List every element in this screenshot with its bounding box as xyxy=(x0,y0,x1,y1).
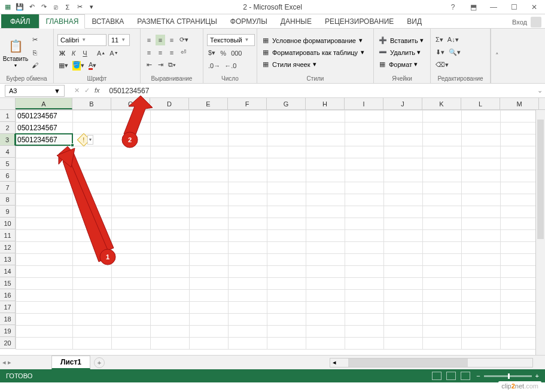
smart-tag-dropdown[interactable]: ▼ xyxy=(87,135,93,145)
row-header[interactable]: 20 xyxy=(0,337,16,349)
redo-icon[interactable]: ↷ xyxy=(38,2,49,13)
formula-bar[interactable]: 0501234567 xyxy=(105,85,534,97)
increase-decimal-button[interactable]: .0→ xyxy=(207,60,221,71)
format-painter-button[interactable]: 🖌 xyxy=(30,60,39,71)
align-left-button[interactable]: ≡ xyxy=(144,47,154,58)
chevron-down-icon[interactable]: ▼ xyxy=(54,87,60,94)
tab-home[interactable]: ГЛАВНАЯ xyxy=(39,14,85,29)
conditional-formatting-button[interactable]: ▦Условное форматирование▾ xyxy=(261,35,364,46)
ribbon-options-icon[interactable]: ⬒ xyxy=(465,3,482,11)
zoom-out-icon[interactable]: − xyxy=(476,372,480,379)
fx-icon[interactable]: fx xyxy=(95,87,100,94)
column-header[interactable]: G xyxy=(267,98,306,109)
row-header[interactable]: 7 xyxy=(0,182,16,194)
comma-button[interactable]: 000 xyxy=(230,48,243,59)
column-header[interactable]: H xyxy=(306,98,345,109)
row-header[interactable]: 5 xyxy=(0,158,16,170)
tab-data[interactable]: ДАННЫЕ xyxy=(274,14,318,28)
row-header[interactable]: 14 xyxy=(0,265,16,277)
column-header[interactable]: F xyxy=(228,98,267,109)
qat-more-icon[interactable]: ▾ xyxy=(86,2,97,13)
row-header[interactable]: 9 xyxy=(0,206,16,218)
row-header[interactable]: 10 xyxy=(0,218,16,229)
row-header[interactable]: 8 xyxy=(0,194,16,206)
view-buttons[interactable] xyxy=(432,372,470,380)
percent-button[interactable]: % xyxy=(218,48,228,59)
cell-A2[interactable]: 0501234567 xyxy=(16,122,72,134)
clear-button[interactable]: ⌫▾ xyxy=(434,60,450,71)
zoom-in-icon[interactable]: + xyxy=(535,372,539,379)
row-header[interactable]: 12 xyxy=(0,241,16,253)
tab-review[interactable]: РЕЦЕНЗИРОВАНИЕ xyxy=(318,14,400,28)
expand-formula-bar-icon[interactable]: ⌄ xyxy=(534,87,545,94)
row-header[interactable]: 13 xyxy=(0,253,16,265)
cells-area[interactable]: 0501234567 0501234567 0501234567 ! ▼ xyxy=(16,110,545,349)
tab-file[interactable]: ФАЙЛ xyxy=(1,14,39,28)
fill-handle[interactable] xyxy=(71,143,74,147)
delete-cells-button[interactable]: ➖Удалить▾ xyxy=(377,47,424,58)
accounting-button[interactable]: $▾ xyxy=(207,48,217,59)
bold-button[interactable]: Ж xyxy=(57,48,67,59)
maximize-icon[interactable]: ☐ xyxy=(506,3,522,11)
font-color-button[interactable]: A▾ xyxy=(87,60,98,71)
new-sheet-button[interactable]: + xyxy=(94,357,105,368)
decrease-decimal-button[interactable]: ←.0 xyxy=(223,60,238,71)
select-all-corner[interactable] xyxy=(0,98,16,109)
page-break-view-icon[interactable] xyxy=(461,372,470,380)
column-header[interactable]: D xyxy=(150,98,189,109)
align-top-button[interactable]: ≡ xyxy=(144,35,154,45)
autosum-icon[interactable]: Σ xyxy=(62,2,73,13)
align-middle-button[interactable]: ≡ xyxy=(156,35,165,45)
row-header[interactable]: 18 xyxy=(0,313,16,325)
font-name-combo[interactable]: Calibri▼ xyxy=(57,34,106,46)
align-bottom-button[interactable]: ≡ xyxy=(167,35,176,45)
sheet-tab[interactable]: Лист1 xyxy=(51,356,90,369)
tab-view[interactable]: ВИД xyxy=(400,14,428,28)
page-layout-view-icon[interactable] xyxy=(446,372,456,380)
scrollbar-thumb[interactable] xyxy=(537,120,544,239)
column-header[interactable]: B xyxy=(72,98,111,109)
column-header[interactable]: I xyxy=(345,98,383,109)
account-login[interactable]: Вход xyxy=(512,17,541,27)
align-center-button[interactable]: ≡ xyxy=(156,47,165,58)
collapse-ribbon-button[interactable]: ˄ xyxy=(491,29,503,83)
find-select-button[interactable]: 🔍▾ xyxy=(447,47,462,58)
number-format-combo[interactable]: Текстовый▼ xyxy=(207,34,255,46)
sort-filter-button[interactable]: A↓▾ xyxy=(446,35,460,45)
column-header[interactable]: K xyxy=(422,98,461,109)
minimize-icon[interactable]: — xyxy=(485,3,502,11)
row-header[interactable]: 6 xyxy=(0,170,16,182)
row-header[interactable]: 17 xyxy=(0,301,16,313)
tab-formulas[interactable]: ФОРМУЛЫ xyxy=(224,14,274,28)
tab-page-layout[interactable]: РАЗМЕТКА СТРАНИЦЫ xyxy=(130,14,224,28)
grow-font-button[interactable]: A▲ xyxy=(96,48,106,59)
help-icon[interactable]: ? xyxy=(444,3,461,11)
enter-formula-icon[interactable]: ✓ xyxy=(84,87,90,94)
cut-button[interactable]: ✂ xyxy=(30,35,39,45)
align-right-button[interactable]: ≡ xyxy=(167,47,176,58)
wrap-text-button[interactable]: ⏎ xyxy=(178,47,188,58)
touch-mode-icon[interactable]: ⎚ xyxy=(50,2,61,13)
scrollbar-thumb[interactable] xyxy=(348,359,468,367)
insert-cells-button[interactable]: ➕Вставить▾ xyxy=(377,35,424,46)
increase-indent-button[interactable]: ⇥ xyxy=(156,60,165,71)
cell-A1[interactable]: 0501234567 xyxy=(16,110,72,122)
vertical-scrollbar[interactable] xyxy=(535,110,545,355)
row-header[interactable]: 11 xyxy=(0,229,16,241)
cell-styles-button[interactable]: ▦Стили ячеек▾ xyxy=(261,59,364,70)
horizontal-scrollbar[interactable]: ◂ xyxy=(330,358,533,368)
borders-button[interactable]: ▦▾ xyxy=(57,60,69,71)
cut-icon[interactable]: ✂ xyxy=(74,2,85,13)
normal-view-icon[interactable] xyxy=(432,372,442,380)
column-header[interactable]: M xyxy=(500,98,539,109)
copy-button[interactable]: ⎘ xyxy=(30,47,39,58)
format-as-table-button[interactable]: ▦Форматировать как таблицу▾ xyxy=(261,47,364,58)
column-header[interactable]: C xyxy=(111,98,150,109)
row-header[interactable]: 16 xyxy=(0,289,16,301)
fill-color-button[interactable]: 🪣▾ xyxy=(71,60,86,71)
italic-button[interactable]: К xyxy=(69,48,78,59)
decrease-indent-button[interactable]: ⇤ xyxy=(144,60,154,71)
orientation-button[interactable]: ⟳▾ xyxy=(178,35,190,45)
autosum-button[interactable]: Σ▾ xyxy=(434,35,444,45)
save-icon[interactable]: 💾 xyxy=(14,2,25,13)
